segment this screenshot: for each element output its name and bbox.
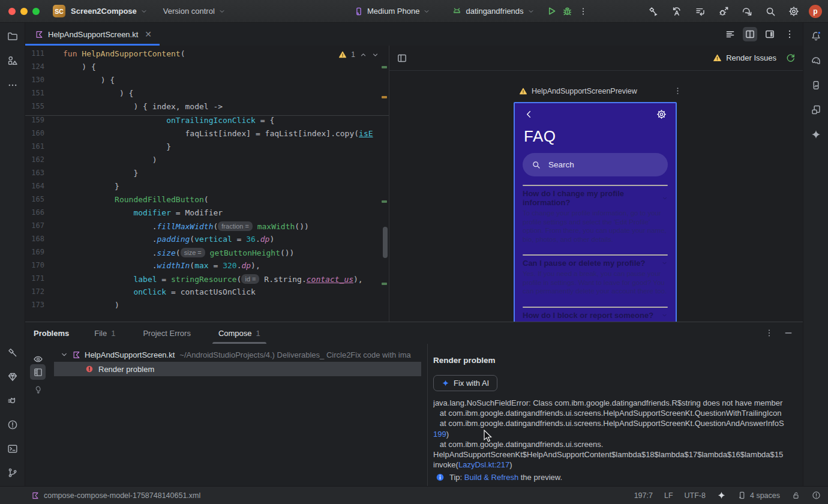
chevron-down-icon (218, 8, 226, 15)
running-devices-icon[interactable] (808, 77, 824, 94)
build-icon[interactable] (4, 344, 21, 361)
editor-scrollbar[interactable] (383, 227, 388, 258)
run-play-icon (546, 5, 557, 17)
problems-file-row[interactable]: HelpAndSupportScreen.kt ~/AndroidStudioP… (50, 347, 451, 362)
split-view-icon[interactable] (397, 53, 407, 64)
tab-compose[interactable]: Compose1 (215, 322, 264, 344)
code-line[interactable]: 165 RoundedFilledButton( (25, 195, 389, 208)
editor-more-icon[interactable] (782, 27, 797, 41)
editor-preview-icon[interactable] (763, 27, 777, 41)
more-tool-windows-icon[interactable] (4, 77, 21, 94)
code-structure-icon[interactable] (723, 27, 737, 41)
code-line[interactable]: 169 .size(size = getButtonHeight()) (25, 248, 389, 261)
render-issues-label[interactable]: Render Issues (726, 53, 776, 62)
minimize-window-button[interactable] (20, 8, 28, 15)
inspections-widget[interactable]: 1 (338, 50, 379, 59)
lock-open-icon[interactable] (791, 491, 800, 500)
attach-debugger-icon[interactable] (716, 4, 731, 19)
run-button[interactable] (544, 4, 560, 19)
stack-trace-link[interactable]: LazyDsl.kt:217 (458, 460, 509, 469)
vcs-menu[interactable]: Version control (163, 7, 226, 16)
code-line[interactable]: 151 ) { (25, 89, 389, 102)
build-refresh-link[interactable]: Build & Refresh (464, 473, 518, 482)
device-manager-icon[interactable] (808, 101, 824, 118)
code-line[interactable]: 160 faqList[index] = faqList[index].copy… (25, 129, 389, 142)
run-configuration-selector[interactable]: datingandfriends (452, 6, 534, 16)
build-run-icon[interactable] (646, 4, 661, 19)
tab-project-errors[interactable]: Project Errors (139, 322, 194, 344)
code-line[interactable]: 162 ) (25, 155, 389, 169)
user-avatar[interactable]: p (809, 5, 822, 18)
refresh-preview-icon[interactable] (785, 53, 796, 63)
code-line[interactable]: 171 label = stringResource(id = R.string… (25, 274, 389, 287)
code-editor[interactable]: 111fun HelpAndSupportContent(124 ) {130 … (25, 46, 389, 322)
code-line[interactable]: 168 .padding(vertical = 36.dp) (25, 235, 389, 248)
stack-trace-link[interactable]: 199 (433, 430, 446, 439)
preview-menu-icon[interactable] (673, 86, 682, 95)
code-line[interactable]: 170 .widthIn(max = 320.dp), (25, 261, 389, 274)
terminal-icon[interactable] (4, 440, 21, 457)
split-editor-icon[interactable] (743, 27, 757, 41)
caret-position-widget[interactable]: 197:7 (634, 491, 653, 500)
next-issue-icon[interactable] (371, 51, 379, 59)
tab-helpandsupportscreen[interactable]: HelpAndSupportScreen.kt ✕ (25, 23, 160, 46)
more-run-options-button[interactable] (575, 4, 591, 19)
quickfix-bulb-icon[interactable] (30, 381, 46, 397)
tab-file[interactable]: File1 (91, 322, 119, 344)
settings-icon[interactable] (786, 4, 802, 19)
project-menu[interactable]: Screen2Compose (71, 7, 148, 16)
resource-manager-icon[interactable] (4, 52, 21, 69)
status-problems-icon[interactable] (812, 491, 821, 500)
line-ending-widget[interactable]: LF (664, 491, 673, 500)
code-line[interactable]: 155 ) { index, model -> (25, 102, 389, 116)
zoom-window-button[interactable] (32, 8, 40, 15)
code-line[interactable]: 167 .fillMaxWidth(fraction = maxWidth()) (25, 221, 389, 235)
app-quality-insights-icon[interactable] (4, 368, 21, 385)
gradle-sync-icon[interactable] (739, 4, 755, 19)
close-tab-icon[interactable]: ✕ (145, 29, 152, 39)
prev-issue-icon[interactable] (359, 51, 367, 59)
gemini-icon[interactable] (808, 126, 824, 143)
fix-with-ai-button[interactable]: Fix with AI (433, 375, 497, 391)
statusbar-file[interactable]: compose-compose-model-1758748140651.xml (31, 491, 200, 500)
indent-widget[interactable]: 4 spaces (737, 491, 780, 500)
code-line[interactable]: 163 } (25, 169, 389, 182)
search-icon[interactable] (763, 4, 778, 19)
problems-tool-icon[interactable] (4, 416, 21, 433)
panel-splitter[interactable] (427, 344, 428, 486)
tip-row: Tip: Build & Refresh the preview. (436, 473, 562, 482)
project-folder-icon[interactable] (4, 28, 21, 44)
apply-code-changes-icon[interactable] (692, 4, 708, 19)
code-line[interactable]: 173 ) (25, 301, 389, 314)
code-line[interactable]: 161 } (25, 142, 389, 155)
apply-changes-icon[interactable] (669, 4, 685, 19)
preview-phone-frame[interactable]: FAQ Search How do I change my profile in… (514, 102, 677, 323)
kotlin-file-icon (72, 350, 81, 359)
code-line[interactable]: 164 } (25, 182, 389, 195)
logcat-icon[interactable] (4, 392, 21, 409)
indent-device-icon (737, 491, 746, 500)
encoding-widget[interactable]: UTF-8 (685, 491, 706, 500)
warning-icon (338, 50, 347, 59)
code-line[interactable]: 124 ) { (25, 62, 389, 76)
ai-sparkle-icon[interactable] (717, 491, 726, 500)
code-line[interactable]: 111fun HelpAndSupportContent( (25, 49, 389, 62)
preview-details-icon[interactable] (30, 364, 46, 380)
code-line[interactable]: 130 ) { (25, 76, 389, 89)
expand-chevron-icon (661, 260, 668, 266)
hide-panel-icon[interactable] (784, 328, 793, 338)
expand-chevron-icon[interactable] (60, 350, 68, 359)
device-selector[interactable]: Medium Phone (354, 7, 430, 16)
app-search-bar: Search (523, 153, 668, 176)
debug-button[interactable] (560, 4, 575, 19)
gradle-icon[interactable] (808, 52, 824, 69)
code-line[interactable]: 172 onClick = contactUsOnClick (25, 287, 389, 301)
panel-options-icon[interactable] (764, 328, 774, 338)
version-control-icon[interactable] (4, 464, 21, 481)
notifications-icon[interactable] (808, 28, 824, 44)
code-line[interactable]: 166 modifier = Modifier (25, 208, 389, 221)
render-problem-row[interactable]: Render problem (54, 362, 421, 376)
close-window-button[interactable] (8, 8, 16, 15)
chevron-down-icon (527, 8, 535, 15)
code-line[interactable]: 159 onTrailingIconClick = { (25, 116, 389, 129)
